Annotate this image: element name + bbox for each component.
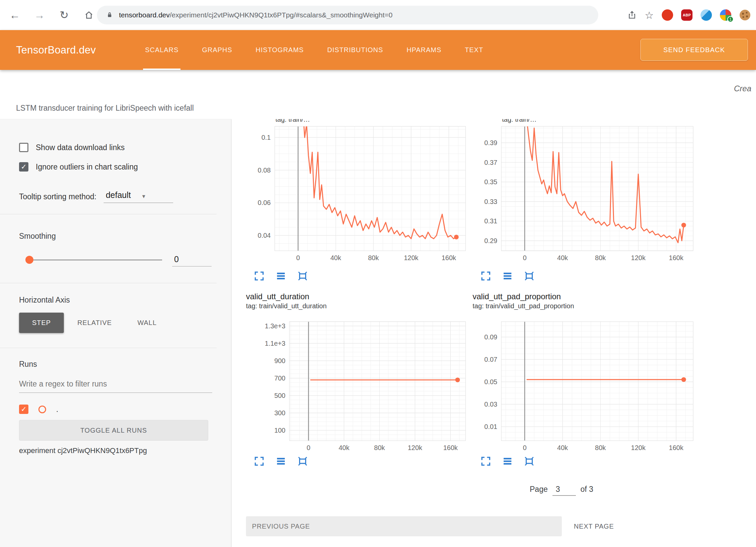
divider — [0, 348, 217, 348]
ignore-outliers-checkbox[interactable]: ✓ — [19, 162, 28, 172]
nav-tabs: SCALARS GRAPHS HISTOGRAMS DISTRIBUTIONS … — [143, 30, 485, 70]
chart-plot[interactable]: 0.010.030.050.070.09040k80k120k160k — [473, 317, 694, 454]
fit-data-icon[interactable] — [524, 271, 534, 281]
horizontal-axis-label: Horizontal Axis — [19, 296, 70, 305]
run-name: . — [56, 405, 58, 414]
svg-text:0.35: 0.35 — [484, 178, 497, 186]
home-icon[interactable] — [80, 6, 98, 24]
chart-plot[interactable]: 0.290.310.330.350.370.39040k80k120k160k — [473, 125, 694, 269]
chart-toolbar — [254, 271, 467, 281]
fullscreen-icon[interactable] — [254, 456, 264, 466]
svg-text:0.29: 0.29 — [484, 237, 497, 244]
svg-text:160k: 160k — [669, 444, 683, 451]
abp-extension-icon[interactable]: ABP — [681, 9, 692, 21]
tooltip-sorting-select[interactable]: default ▾ — [104, 190, 173, 203]
data-table-icon[interactable] — [502, 271, 513, 281]
svg-text:0.31: 0.31 — [484, 217, 497, 225]
svg-text:160k: 160k — [669, 254, 683, 261]
ignore-outliers-row[interactable]: ✓ Ignore outliers in chart scaling — [19, 162, 138, 172]
svg-text:0.03: 0.03 — [484, 401, 497, 408]
previous-page-button[interactable]: PREVIOUS PAGE — [246, 516, 562, 536]
tab-graphs[interactable]: GRAPHS — [200, 30, 234, 70]
profile-avatar[interactable]: 1 — [720, 9, 731, 21]
lock-icon — [106, 11, 114, 19]
axis-step-button[interactable]: STEP — [19, 313, 64, 333]
chart-toolbar — [254, 456, 467, 466]
fullscreen-icon[interactable] — [254, 271, 264, 281]
created-text-truncated: Crea — [734, 84, 756, 93]
fullscreen-icon[interactable] — [481, 271, 491, 281]
share-icon[interactable] — [627, 10, 637, 20]
show-download-links-row[interactable]: Show data download links — [19, 143, 125, 152]
forward-icon[interactable]: → — [30, 6, 49, 24]
browser-extension-icon[interactable] — [701, 9, 712, 21]
axis-wall-button[interactable]: WALL — [131, 313, 163, 333]
divider — [0, 214, 217, 214]
svg-text:500: 500 — [274, 392, 285, 399]
svg-text:0.33: 0.33 — [484, 198, 497, 205]
data-table-icon[interactable] — [502, 456, 513, 466]
fit-data-icon[interactable] — [297, 271, 308, 281]
svg-text:900: 900 — [274, 357, 285, 364]
tab-distributions[interactable]: DISTRIBUTIONS — [325, 30, 385, 70]
charts-area: tag: train/… 0.040.060.080.1040k80k120k1… — [232, 119, 756, 547]
cookie-icon[interactable] — [739, 9, 751, 21]
runs-filter-input[interactable] — [19, 379, 212, 393]
chart-plot[interactable]: 0.040.060.080.1040k80k120k160k — [246, 125, 467, 269]
svg-text:0.05: 0.05 — [484, 378, 497, 386]
tab-text[interactable]: TEXT — [463, 30, 485, 70]
run-row[interactable]: ✓ . — [19, 405, 58, 414]
chart-title: valid_utt_pad_proportion — [473, 292, 694, 302]
bookmark-star-icon[interactable]: ☆ — [645, 9, 654, 21]
axis-relative-button[interactable]: RELATIVE — [71, 313, 118, 333]
chart-card-3: valid_utt_pad_proportion tag: train/vali… — [473, 292, 694, 466]
tab-scalars[interactable]: SCALARS — [143, 30, 180, 70]
tab-histograms[interactable]: HISTOGRAMS — [254, 30, 306, 70]
svg-text:40k: 40k — [557, 444, 568, 451]
svg-text:120k: 120k — [631, 444, 646, 451]
adblocker-extension-icon[interactable] — [662, 9, 673, 21]
tab-hparams[interactable]: HPARAMS — [404, 30, 443, 70]
page-number-input[interactable] — [552, 485, 576, 496]
smoothing-slider-track[interactable] — [29, 259, 162, 260]
next-page-button[interactable]: NEXT PAGE — [574, 516, 614, 536]
app-logo: TensorBoard.dev — [16, 30, 96, 70]
show-download-links-checkbox[interactable] — [19, 143, 28, 152]
svg-text:80k: 80k — [368, 254, 379, 261]
smoothing-value-input[interactable]: 0 — [172, 254, 212, 266]
fit-data-icon[interactable] — [524, 456, 534, 466]
run-checkbox[interactable]: ✓ — [19, 405, 28, 414]
data-table-icon[interactable] — [276, 456, 286, 466]
svg-text:40k: 40k — [331, 254, 342, 261]
back-icon[interactable]: ← — [5, 6, 24, 24]
chart-card-1: tag: train/… 0.290.310.330.350.370.39040… — [473, 119, 694, 281]
chart-toolbar — [481, 271, 694, 281]
smoothing-slider-thumb[interactable] — [25, 256, 33, 264]
experiment-id-caption: experiment cj2vtPiwQHKN9Q1tx6PTpg — [19, 446, 147, 455]
svg-text:0: 0 — [523, 254, 526, 261]
svg-text:0: 0 — [307, 444, 310, 451]
tooltip-sorting-label: Tooltip sorting method: — [19, 192, 96, 201]
svg-text:120k: 120k — [408, 444, 422, 451]
chart-toolbar — [481, 456, 694, 466]
svg-text:1.3e+3: 1.3e+3 — [265, 322, 285, 330]
svg-text:0.06: 0.06 — [258, 199, 271, 206]
divider — [0, 283, 217, 283]
toggle-all-runs-button[interactable]: TOGGLE ALL RUNS — [19, 420, 208, 441]
chart-title: valid_utt_duration — [246, 292, 467, 302]
tooltip-sorting-value: default — [106, 190, 131, 200]
data-table-icon[interactable] — [276, 271, 286, 281]
fullscreen-icon[interactable] — [481, 456, 491, 466]
svg-text:1.1e+3: 1.1e+3 — [265, 340, 285, 347]
svg-text:0.01: 0.01 — [484, 423, 497, 430]
svg-text:40k: 40k — [557, 254, 568, 261]
fit-data-icon[interactable] — [297, 456, 308, 466]
svg-text:700: 700 — [274, 374, 285, 382]
active-tab-underline — [143, 69, 180, 70]
refresh-icon[interactable]: ↻ — [55, 6, 74, 24]
send-feedback-button[interactable]: SEND FEEDBACK — [640, 39, 748, 61]
url-bar[interactable]: tensorboard.dev/experiment/cj2vtPiwQHKN9… — [97, 6, 598, 24]
chart-plot[interactable]: 1003005007009001.1e+31.3e+3040k80k120k16… — [246, 317, 467, 454]
svg-text:0.39: 0.39 — [484, 139, 497, 146]
smoothing-label: Smoothing — [19, 232, 56, 241]
